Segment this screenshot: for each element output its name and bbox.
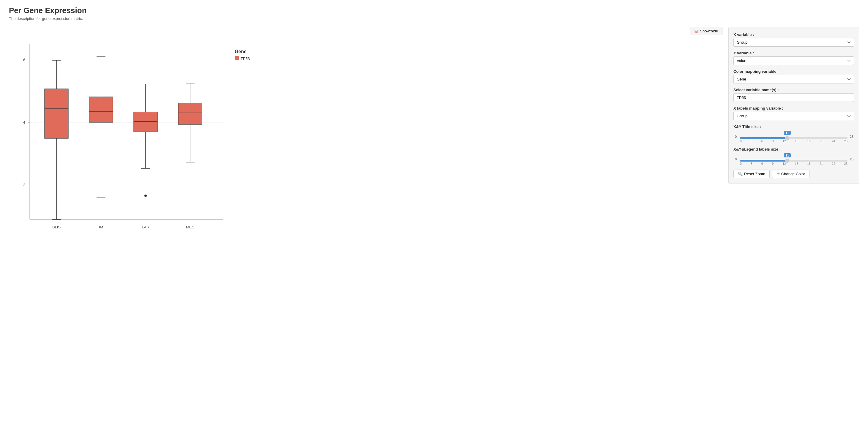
xy-legend-size-section: X&Y&Legend labels size : 0 11 0 3 6 9 12 xyxy=(734,147,854,165)
xy-legend-size-row: 0 11 0 3 6 9 12 15 18 21 xyxy=(734,153,854,165)
select-variable-row: Select variable name(s) : xyxy=(734,88,854,102)
ltick-9: 9 xyxy=(772,162,774,165)
ltick-15: 15 xyxy=(795,162,798,165)
tick-25: 25 xyxy=(844,139,847,143)
chart-container: 2 4 6 xyxy=(9,38,722,242)
x-variable-select[interactable]: Group xyxy=(734,38,854,46)
x-variable-row: X variable : Group xyxy=(734,32,854,46)
xy-title-size-section: X&Y Title size : 0 11 0 3 6 9 12 xyxy=(734,124,854,143)
legend-color-tp53 xyxy=(235,56,239,60)
boxplot-im xyxy=(89,57,113,197)
tick-0: 0 xyxy=(740,139,742,143)
xy-legend-size-label: X&Y&Legend labels size : xyxy=(734,147,854,152)
xy-legend-thumb[interactable] xyxy=(785,159,789,163)
svg-rect-8 xyxy=(89,97,113,122)
legend-title-text: Gene xyxy=(235,49,247,54)
ltick-25: 25 xyxy=(844,162,847,165)
ltick-0: 0 xyxy=(740,162,742,165)
ylabel-2: 2 xyxy=(23,183,25,187)
right-panel: X variable : Group Y variable : Value Co… xyxy=(728,27,859,184)
show-hide-label: Show/hide xyxy=(700,29,718,33)
tick-15: 15 xyxy=(795,139,798,143)
xy-title-slider-wrapper: 11 0 3 6 9 12 15 18 21 24 25 xyxy=(740,130,847,143)
legend-label-tp53: TP53 xyxy=(241,56,250,61)
boxplot-mes xyxy=(178,83,202,162)
x-labels-mapping-label: X labels mapping variable : xyxy=(734,106,854,111)
change-color-label: Change Color xyxy=(781,172,805,176)
boxplot-chart: 2 4 6 xyxy=(9,38,276,240)
ltick-24: 24 xyxy=(832,162,835,165)
xlabel-blis: BLIS xyxy=(52,225,61,229)
color-mapping-row: Color mapping variable : Gene xyxy=(734,69,854,84)
x-labels-mapping-select[interactable]: Group xyxy=(734,112,854,120)
chart-icon: 📊 xyxy=(694,29,699,33)
boxplot-blis xyxy=(44,60,68,219)
xy-title-min: 0 xyxy=(734,135,738,138)
ylabel-4: 4 xyxy=(23,120,25,125)
x-variable-label: X variable : xyxy=(734,32,854,37)
xy-legend-ticks: 0 3 6 9 12 15 18 21 24 25 xyxy=(740,162,847,165)
search-icon: 🔍 xyxy=(738,172,743,176)
tick-9: 9 xyxy=(772,139,774,143)
svg-rect-14 xyxy=(134,112,157,132)
color-mapping-select[interactable]: Gene xyxy=(734,75,854,84)
reset-zoom-button[interactable]: 🔍 Reset Zoom xyxy=(734,169,770,178)
bottom-buttons: 🔍 Reset Zoom ✛ Change Color xyxy=(734,169,854,178)
ltick-18: 18 xyxy=(807,162,810,165)
main-layout: 📊 Show/hide xyxy=(9,27,859,242)
xy-title-fill xyxy=(740,137,787,139)
tick-21: 21 xyxy=(819,139,823,143)
svg-rect-20 xyxy=(178,103,202,124)
show-hide-button[interactable]: 📊 Show/hide xyxy=(690,27,722,35)
boxplot-lar xyxy=(134,84,157,197)
xy-legend-max: 25 xyxy=(849,157,854,161)
tick-24: 24 xyxy=(832,139,835,143)
xlabel-im: IM xyxy=(99,225,103,229)
select-variable-input[interactable] xyxy=(734,93,854,102)
ltick-3: 3 xyxy=(751,162,752,165)
y-variable-label: Y variable : xyxy=(734,51,854,55)
select-variable-label: Select variable name(s) : xyxy=(734,88,854,92)
y-variable-row: Y variable : Value xyxy=(734,51,854,65)
ltick-6: 6 xyxy=(762,162,763,165)
y-variable-select[interactable]: Value xyxy=(734,56,854,65)
xy-title-value-bubble: 11 xyxy=(784,131,790,135)
outlier-lar xyxy=(144,194,147,197)
palette-icon: ✛ xyxy=(776,172,780,176)
reset-zoom-label: Reset Zoom xyxy=(744,172,765,176)
ylabel-6: 6 xyxy=(23,58,25,62)
xy-legend-min: 0 xyxy=(734,157,738,161)
xy-title-ticks: 0 3 6 9 12 15 18 21 24 25 xyxy=(740,139,847,143)
change-color-button[interactable]: ✛ Change Color xyxy=(772,169,809,178)
svg-rect-2 xyxy=(44,89,68,138)
page-title: Per Gene Expression xyxy=(9,6,859,15)
xlabel-lar: LAR xyxy=(142,225,149,229)
xy-legend-value-bubble: 11 xyxy=(784,153,790,157)
xy-title-size-row: 0 11 0 3 6 9 12 15 18 xyxy=(734,130,854,143)
x-labels-mapping-row: X labels mapping variable : Group xyxy=(734,106,854,120)
tick-6: 6 xyxy=(762,139,763,143)
ltick-21: 21 xyxy=(819,162,823,165)
xy-legend-fill xyxy=(740,160,787,162)
chart-area: 📊 Show/hide xyxy=(9,27,722,242)
tick-12: 12 xyxy=(783,139,786,143)
xy-title-max: 25 xyxy=(849,135,854,138)
color-mapping-label: Color mapping variable : xyxy=(734,69,854,74)
xy-title-thumb[interactable] xyxy=(785,136,789,140)
ltick-12: 12 xyxy=(783,162,786,165)
xlabel-mes: MES xyxy=(186,225,194,229)
xy-legend-slider-wrapper: 11 0 3 6 9 12 15 18 21 24 25 xyxy=(740,153,847,165)
xy-title-size-label: X&Y Title size : xyxy=(734,124,854,129)
tick-18: 18 xyxy=(807,139,810,143)
tick-3: 3 xyxy=(751,139,752,143)
xy-legend-track: 11 xyxy=(740,160,847,162)
xy-title-track: 11 xyxy=(740,137,847,139)
page-description: The description for gene expression matr… xyxy=(9,16,859,21)
